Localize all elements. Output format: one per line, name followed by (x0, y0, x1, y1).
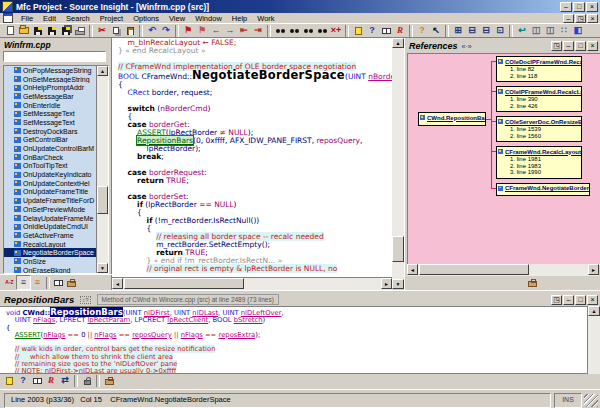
reference-node[interactable]: COleIPFrameWnd.RecalcLayout1. line 3902.… (496, 86, 582, 112)
save-all-icon[interactable] (59, 24, 73, 37)
clip-window-toggle-icon[interactable]: ◫ (543, 24, 557, 37)
reference-node[interactable]: CFrameWnd.RecalcLayout1. line 19812. lin… (496, 146, 582, 179)
references-horizontal-scrollbar[interactable]: ◄ ► (407, 264, 599, 276)
minimize-button[interactable]: – (560, 2, 572, 12)
reference-node-label[interactable]: COleServerDoc.OnResizeBorder (505, 119, 581, 125)
symbol-list-item[interactable]: SetMessageText (4, 109, 97, 118)
list-view-icon[interactable]: ≡ (16, 275, 31, 290)
menu-edit[interactable]: Edit (38, 14, 61, 23)
search-icon[interactable] (273, 24, 287, 37)
context-code[interactable]: void CWnd::RepositionBars(UINT nIDFirst,… (0, 306, 588, 374)
browse-symbols-icon[interactable] (351, 24, 365, 37)
paste-icon[interactable] (123, 24, 137, 37)
prev-window-icon[interactable]: ⇤ (237, 24, 251, 37)
relation-window-icon[interactable]: R (393, 24, 407, 37)
next-bookmark-icon[interactable]: ⚑ (195, 24, 209, 37)
references-canvas[interactable]: COleDocIPFrameWnd.RecalcLayout1. line 82… (407, 53, 600, 265)
context-doc-icon[interactable] (2, 374, 16, 387)
title-bar[interactable]: Mfc Project - Source Insight - [Winfrm.c… (0, 0, 600, 13)
reference-node[interactable]: COleDocIPFrameWnd.RecalcLayout1. line 82… (496, 56, 582, 82)
symbol-list-item[interactable]: OnSize (4, 257, 97, 266)
dock-toggle-button[interactable]: ◳ (551, 295, 562, 305)
scrollbar-thumb[interactable] (419, 264, 529, 275)
symbol-list-item[interactable]: OnToolTipText (4, 162, 97, 171)
reference-node[interactable]: CFrameWnd.NegotiateBorderSpace (496, 183, 590, 196)
symbol-list-item[interactable]: GetActiveFrame (4, 231, 97, 240)
reference-node-label[interactable]: COleIPFrameWnd.RecalcLayout (505, 89, 581, 95)
print-icon[interactable] (73, 24, 87, 37)
scroll-down-icon[interactable]: ▼ (392, 279, 404, 289)
symbol-list-item[interactable]: OnHelpPromptAddr (4, 83, 97, 92)
menu-work[interactable]: Work (252, 14, 279, 23)
reference-line-item[interactable]: 2. line 426 (497, 103, 581, 110)
go-back-icon[interactable]: ← (209, 24, 223, 37)
close-button[interactable]: × (586, 2, 598, 12)
reference-node-label[interactable]: CWnd.RepositionBars (427, 115, 485, 121)
mdi-minimize-button[interactable]: – (563, 14, 574, 23)
context-vertical-scrollbar[interactable]: ▲ (588, 306, 600, 374)
dock-toggle-button[interactable]: ◳ (551, 41, 562, 51)
menu-search[interactable]: Search (61, 14, 95, 23)
save-icon[interactable] (31, 24, 45, 37)
symbol-list-item[interactable]: SetMessageText (4, 118, 97, 127)
symbol-window-toggle-icon[interactable]: ↩ (515, 24, 529, 37)
scroll-left-icon[interactable]: ◄ (112, 278, 123, 289)
menu-view[interactable]: View (164, 14, 190, 23)
close-button[interactable]: × (587, 295, 598, 305)
symbol-list-item[interactable]: OnEraseBkgnd (4, 266, 97, 274)
browse-book-icon[interactable] (52, 276, 65, 289)
go-forward-icon[interactable]: → (223, 24, 237, 37)
replace-icon[interactable]: ×+ (329, 24, 343, 37)
symbol-list-item[interactable]: OnEnterIdle (4, 101, 97, 110)
context-window-toggle-icon[interactable]: ∷ (557, 24, 571, 37)
mdi-close-button[interactable]: × (587, 14, 598, 23)
menu-options[interactable]: Options (128, 14, 164, 23)
scrollbar-thumb[interactable] (392, 236, 404, 262)
editor-horizontal-scrollbar[interactable]: ◄ ► (112, 277, 392, 290)
maximize-button[interactable]: □ (575, 295, 586, 305)
project-window-icon[interactable] (102, 374, 116, 387)
symbol-list-item[interactable]: OnUpdateFrameTitle (4, 188, 97, 197)
symbol-list-item[interactable]: GetControlBar (4, 136, 97, 145)
sort-alpha-icon[interactable]: A-Z (3, 276, 16, 289)
symbol-filter-input[interactable] (3, 51, 106, 62)
reference-node[interactable]: COleServerDoc.OnResizeBorder1. line 1539… (496, 116, 582, 142)
minimize-button[interactable]: – (563, 41, 574, 51)
maximize-button[interactable]: □ (575, 41, 586, 51)
new-file-icon[interactable] (3, 24, 17, 37)
menu-help[interactable]: Help (227, 14, 252, 23)
lock-context-icon[interactable] (80, 374, 94, 387)
project-files-icon[interactable] (65, 276, 78, 289)
symbol-list-scrollbar[interactable]: ▲ ▼ (96, 66, 108, 273)
symbol-list-item[interactable]: GetMessageBar (4, 92, 97, 101)
context-titlebar[interactable]: RepositionBars ↕? Method of CWnd in Winc… (0, 291, 600, 307)
reference-node-label[interactable]: CFrameWnd.RecalcLayout (505, 149, 581, 155)
context-select-icon[interactable]: ↖ (429, 24, 443, 37)
context-help-icon[interactable]: ? (16, 374, 30, 387)
scroll-up-icon[interactable]: ▲ (97, 66, 108, 76)
code-editor[interactable]: m_bInRecalcLayout ← FALSE;} « end Recalc… (112, 38, 392, 277)
symbol-list-item[interactable]: OnSetPreviewMode (4, 205, 97, 214)
reference-node-label[interactable]: CFrameWnd.NegotiateBorderSpace (505, 185, 589, 191)
context-browse-icon[interactable] (30, 374, 44, 387)
editor-vertical-scrollbar[interactable]: ▲ ▼ (392, 38, 404, 289)
menu-file[interactable]: File (16, 14, 38, 23)
copy-icon[interactable] (109, 24, 123, 37)
symbol-list-item[interactable]: RecalcLayout (4, 240, 97, 249)
scroll-right-icon[interactable]: ► (588, 264, 599, 275)
symbol-list-item[interactable]: OnUpdateKeyIndicato (4, 170, 97, 179)
reference-line-item[interactable]: 2. line 1560 (497, 133, 581, 140)
set-bookmark-icon[interactable]: ⚑ (181, 24, 195, 37)
mdi-restore-button[interactable]: ◳ (575, 14, 586, 23)
scroll-down-icon[interactable]: ▼ (97, 263, 108, 273)
scroll-right-icon[interactable]: ► (381, 278, 392, 289)
document-icon[interactable] (3, 13, 13, 23)
reference-line-item[interactable]: 2. line 118 (497, 73, 581, 80)
maximize-button[interactable]: □ (573, 2, 585, 12)
save-as-icon[interactable] (45, 24, 59, 37)
split-window-icon[interactable]: ⊟ (479, 24, 493, 37)
browse-files-icon[interactable] (379, 24, 393, 37)
symbol-list-item[interactable]: OnIdleUpdateCmdUI (4, 222, 97, 231)
scroll-left-icon[interactable]: ◄ (407, 264, 418, 275)
scrollbar-thumb[interactable] (97, 186, 108, 214)
